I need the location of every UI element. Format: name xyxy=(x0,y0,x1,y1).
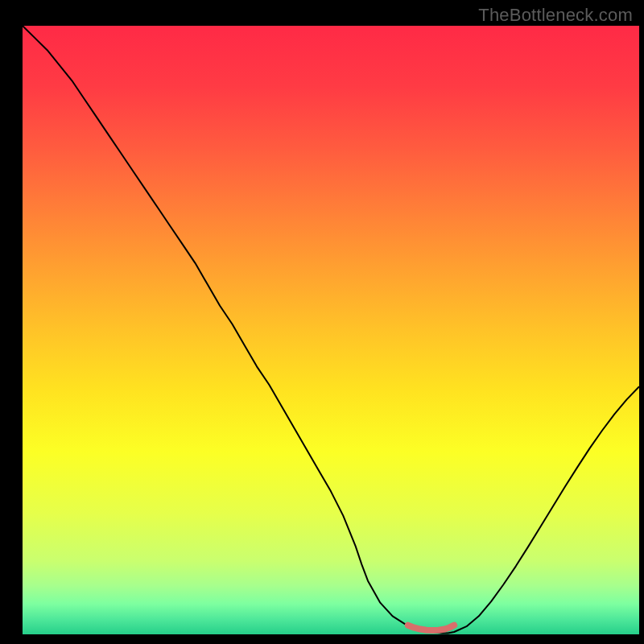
plot-area xyxy=(23,26,639,634)
chart-container: TheBottleneck.com xyxy=(0,0,644,644)
plot-svg xyxy=(23,26,639,634)
watermark-text: TheBottleneck.com xyxy=(478,5,633,26)
gradient-background xyxy=(23,26,639,634)
